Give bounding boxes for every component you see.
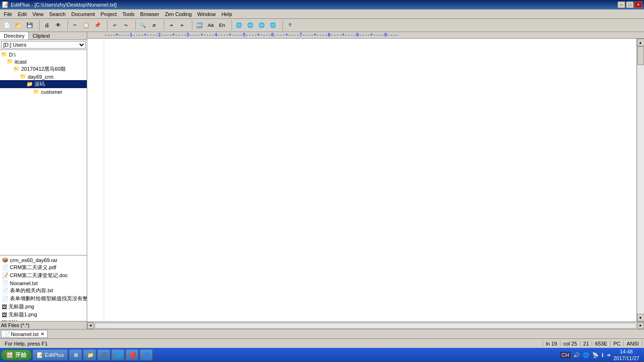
indent-button[interactable]: ⇥ (166, 20, 176, 31)
tree-item[interactable]: 📁 20170412黑马60期 (0, 65, 87, 73)
horizontal-scrollbar[interactable]: ◄ ► (87, 321, 644, 329)
scroll-right-button[interactable]: ► (637, 322, 644, 329)
menu-browser[interactable]: Browser (137, 10, 162, 18)
encoding-button[interactable]: En (217, 20, 227, 31)
redo-button[interactable]: ↪ (121, 20, 131, 31)
toolbar-sep6 (190, 20, 192, 31)
format-button[interactable]: Aa (206, 20, 216, 31)
start-label: 开始 (15, 351, 26, 359)
tray-icon-arrow: ➜ (606, 352, 611, 358)
taskbar-app-5[interactable]: 🌐 (111, 349, 124, 361)
folder-icon: 📁 (13, 66, 20, 72)
scroll-track[interactable] (637, 46, 644, 314)
file-item[interactable]: 📄 表单增删时给模型赋值找页没有整 (1, 295, 86, 303)
status-col: col 25 (561, 341, 580, 346)
menu-edit[interactable]: Edit (15, 10, 30, 18)
menu-project[interactable]: Project (98, 10, 119, 18)
folder-icon: 📁 (20, 74, 26, 80)
code-editor[interactable] (104, 39, 636, 321)
menu-file[interactable]: File (1, 10, 15, 18)
open-file-tab[interactable]: 📄 Nonamel.txt ✕ (1, 330, 48, 338)
tree-item[interactable]: 📁 itcast (0, 58, 87, 65)
browser1-button[interactable]: 🌐 (234, 20, 244, 31)
menu-view[interactable]: View (30, 10, 47, 18)
undo-button[interactable]: ↩ (109, 20, 120, 31)
browser4-button[interactable]: 🌐 (268, 20, 278, 31)
new-button[interactable]: 📄 (2, 20, 12, 31)
scroll-up-button[interactable]: ▲ (637, 39, 644, 46)
folder-icon: 📁 (1, 51, 8, 58)
browser3-button[interactable]: 🌐 (256, 20, 267, 31)
browser2-button[interactable]: 🌐 (245, 20, 256, 31)
scroll-thumb[interactable] (637, 46, 644, 65)
sidebar-tab-cliptext[interactable]: Cliptext (29, 32, 54, 40)
sidebar-files-list: 📦 crm_es60_day69.rar 📄 CRM第二天讲义.pdf 📝 CR… (0, 255, 87, 321)
sidebar-filter: All Files (*.*) (0, 321, 87, 329)
menu-document[interactable]: Document (68, 10, 98, 18)
replace-button[interactable]: ⇄ (149, 20, 159, 31)
file-label: CRM第二天课堂笔记.doc (10, 272, 68, 279)
tree-item[interactable]: 📁 customer (0, 88, 87, 95)
file-item[interactable]: 📝 CRM第二天课堂笔记.doc (1, 272, 86, 280)
restore-button[interactable]: □ (626, 1, 634, 8)
clock-date: 2017/11/27 (613, 355, 639, 362)
tray-ch[interactable]: CH (560, 352, 570, 358)
scroll-down-button[interactable]: ▼ (637, 314, 644, 321)
h-scroll-track[interactable] (95, 323, 636, 329)
taskbar-app-editplus[interactable]: 📝 EditPlus (33, 349, 68, 361)
taskbar-app-7[interactable]: 🌀 (140, 349, 153, 361)
tree-item[interactable]: 📁 day69_crm (0, 73, 87, 80)
tray-icon-sound: 🔊 (573, 352, 580, 358)
tree-item-selected[interactable]: 📁 源码 (0, 80, 87, 88)
copy-button[interactable]: 📋 (81, 20, 91, 31)
editor-area: ----+----1----+----2----+----3----+----4… (87, 32, 644, 329)
find-button[interactable]: 🔍 (138, 20, 148, 31)
code-container[interactable] (87, 39, 636, 321)
menu-window[interactable]: Window (195, 10, 219, 18)
taskbar-app-6[interactable]: 🔴 (125, 349, 139, 361)
menu-search[interactable]: Search (46, 10, 68, 18)
file-icon: 📝 (2, 272, 8, 279)
paste-button[interactable]: 📌 (92, 20, 103, 31)
menu-zen-coding[interactable]: Zen Coding (162, 10, 195, 18)
drive-selector[interactable]: [D:] Users (1, 41, 86, 49)
close-tab-button[interactable]: ✕ (41, 331, 44, 337)
taskbar-app-4[interactable]: 🎵 (97, 349, 110, 361)
file-icon: 🖼 (2, 304, 7, 310)
cut-button[interactable]: ✂ (70, 20, 80, 31)
tray-icon-net: 🌐 (583, 352, 589, 358)
file-item[interactable]: 🖼 无标题1.png (1, 311, 86, 319)
file-item[interactable]: 📄 CRM第二天讲义.pdf (1, 263, 86, 272)
start-button[interactable]: 🪟 开始 (1, 349, 32, 361)
file-item[interactable]: 🖼 无标题.png (1, 303, 86, 311)
sidebar-tab-directory[interactable]: Directory (0, 32, 29, 40)
file-label: 表单的相关内容.txt (10, 287, 53, 294)
save-button[interactable]: 💾 (25, 20, 35, 31)
spellcheck-button[interactable]: 🔤 (194, 20, 205, 31)
main-container: Directory Cliptext [D:] Users 📁 D:\ 📁 it… (0, 32, 644, 329)
open-button[interactable]: 📂 (13, 20, 24, 31)
help-button[interactable]: ? (285, 20, 295, 31)
menu-help[interactable]: Help (219, 10, 235, 18)
outdent-button[interactable]: ⇤ (177, 20, 188, 31)
tree-item[interactable]: 📁 D:\ (0, 51, 87, 58)
taskbar-app-3[interactable]: 📁 (83, 349, 96, 361)
print-button[interactable]: 🖨 (41, 20, 52, 31)
close-button[interactable]: ✕ (635, 1, 642, 8)
clock-time: 14:48 (613, 348, 639, 355)
file-item[interactable]: 📄 Nonamel.txt (1, 280, 86, 287)
title-bar-buttons[interactable]: ─ □ ✕ (618, 1, 642, 8)
vertical-scrollbar[interactable]: ▲ ▼ (636, 39, 644, 321)
preview-button[interactable]: 👁 (53, 20, 63, 31)
taskbar-app-2[interactable]: 🖥 (69, 349, 82, 361)
scroll-left-button[interactable]: ◄ (87, 322, 94, 329)
file-item[interactable]: 📄 表单的相关内容.txt (1, 287, 86, 295)
menu-tools[interactable]: Tools (120, 10, 138, 18)
sidebar-tab-bar: Directory Cliptext (0, 32, 87, 40)
file-label: crm_es60_day69.rar (10, 257, 58, 263)
file-item[interactable]: 📦 crm_es60_day69.rar (1, 256, 86, 263)
window-title: EditPlus - [C:\Users\zhy\Desktop\Nonamel… (11, 2, 116, 8)
open-file-name: Nonamel.txt (11, 331, 39, 337)
toolbar-sep3 (105, 20, 107, 31)
minimize-button[interactable]: ─ (618, 1, 625, 8)
